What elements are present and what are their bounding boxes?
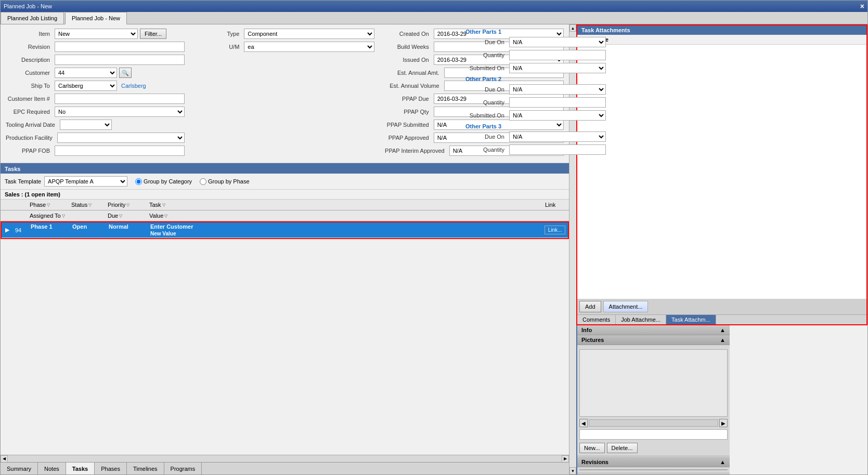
- tasks-header: Tasks: [1, 164, 569, 174]
- scroll-left-pics[interactable]: ◀: [579, 419, 588, 427]
- phase-sort-icon: ▽: [47, 203, 50, 207]
- task-attachments-header: Task Attachments: [577, 25, 866, 35]
- um-select[interactable]: ea: [244, 42, 374, 52]
- task-attachments-tab[interactable]: Task Attachm...: [666, 315, 716, 324]
- pictures-collapse-button[interactable]: ▲: [720, 337, 726, 343]
- task-col-header[interactable]: Task ▽: [147, 201, 543, 209]
- ppap-due-label: PPAP Due: [385, 96, 432, 102]
- status-col-header[interactable]: Status ▽: [69, 201, 106, 209]
- phase-cell: Phase 1: [29, 222, 70, 238]
- scroll-right-button[interactable]: ▶: [562, 455, 569, 463]
- quantity1-input[interactable]: [509, 50, 569, 60]
- link-col-header: Link: [543, 201, 569, 209]
- tooling-arrival-select[interactable]: [60, 120, 112, 130]
- info-collapse-button[interactable]: ▲: [720, 327, 726, 333]
- scroll-down-button[interactable]: ▼: [569, 467, 576, 474]
- comments-tab[interactable]: Comments: [577, 315, 616, 324]
- revisions-area: [579, 469, 728, 470]
- file-name-area: [577, 45, 866, 299]
- task-attachments-panel: Task Attachments File Name Add Attachmen…: [576, 24, 867, 325]
- job-attachments-tab[interactable]: Job Attachme...: [616, 315, 666, 324]
- quantity3-input[interactable]: [509, 144, 569, 155]
- status-cell: Open: [70, 222, 107, 238]
- main-content: Item New Filter... Revision: [1, 24, 867, 474]
- priority-top: Normal: [109, 223, 128, 230]
- due-on2-select[interactable]: N/A: [509, 84, 569, 95]
- item-select[interactable]: New: [55, 29, 138, 39]
- table-row[interactable]: ▶ 94 Phase 1 Open Normal: [2, 222, 568, 238]
- add-button[interactable]: Add: [579, 301, 601, 312]
- revisions-collapse-button[interactable]: ▲: [720, 459, 726, 465]
- submitted-on2-select[interactable]: N/A: [509, 110, 569, 121]
- tab-timelines[interactable]: Timelines: [127, 463, 164, 474]
- priority-col-header[interactable]: Priority ▽: [106, 201, 147, 209]
- quantity3-label: Quantity: [465, 147, 507, 153]
- group-by-category-radio[interactable]: Group by Category: [135, 178, 192, 185]
- ppap-fob-input[interactable]: [55, 146, 185, 156]
- close-button[interactable]: ×: [860, 2, 864, 10]
- epc-required-select[interactable]: No: [55, 107, 185, 117]
- submitted-on2-label: Submitted On: [465, 112, 507, 118]
- task-cell: Enter Customer New Value: [148, 222, 542, 238]
- um-label: U/M: [195, 44, 242, 50]
- filter-button[interactable]: Filter...: [140, 29, 166, 39]
- horizontal-scrollbar[interactable]: ◀ ▶: [1, 455, 569, 462]
- priority-sort-icon: ▽: [126, 203, 129, 207]
- main-window: Planned Job - New × Planned Job Listing …: [0, 0, 868, 475]
- scroll-left-button[interactable]: ◀: [1, 455, 8, 463]
- customer-item-label: Customer Item #: [6, 96, 53, 102]
- tab-summary[interactable]: Summary: [1, 463, 38, 474]
- picture-path-input[interactable]: [579, 429, 728, 440]
- ship-to-link[interactable]: Carlsberg: [121, 83, 146, 89]
- submitted-on1-select[interactable]: N/A: [509, 63, 569, 73]
- task-template-label: Task Template: [5, 178, 41, 184]
- build-weeks-label: Build Weeks: [385, 44, 432, 50]
- ship-to-select[interactable]: Carlsberg: [55, 81, 117, 91]
- production-facility-select[interactable]: [57, 133, 185, 143]
- tab-programs[interactable]: Programs: [164, 463, 202, 474]
- status-col-label: Status: [71, 202, 87, 208]
- description-input[interactable]: [55, 55, 185, 65]
- group-by-phase-radio[interactable]: Group by Phase: [200, 178, 250, 185]
- due-on3-select[interactable]: N/A: [509, 131, 569, 142]
- scroll-right-pics[interactable]: ▶: [719, 419, 728, 427]
- scroll-track[interactable]: [8, 455, 562, 462]
- new-picture-button[interactable]: New...: [579, 443, 605, 453]
- pictures-area: [579, 349, 728, 417]
- due-on2-label: Due On: [465, 86, 507, 93]
- scroll-bar-area: ◀ ▶: [579, 419, 728, 427]
- quantity2-label: Quantity: [465, 99, 507, 105]
- info-panel: Info ▲ Pictures ▲ ◀ ▶: [576, 325, 730, 474]
- title-bar: Planned Job - New ×: [1, 1, 867, 12]
- form-col-2: Type Component U/M ea: [195, 29, 374, 159]
- delete-picture-button[interactable]: Delete...: [607, 443, 638, 453]
- description-label: Description: [6, 57, 53, 63]
- due-col-header[interactable]: Due ▽: [106, 212, 147, 220]
- window-title: Planned Job - New: [4, 3, 52, 9]
- assigned-to-col-header[interactable]: Assigned To ▽: [28, 212, 69, 220]
- production-facility-label: Production Facility: [6, 135, 55, 141]
- scroll-track-pics[interactable]: [589, 419, 718, 427]
- phase-col-header[interactable]: Phase ▽: [28, 201, 69, 209]
- tab-planned-job-listing[interactable]: Planned Job Listing: [1, 12, 64, 24]
- quantity2-input[interactable]: [509, 97, 569, 108]
- tab-tasks[interactable]: Tasks: [66, 463, 95, 474]
- link-button[interactable]: Link...: [545, 226, 566, 234]
- task-template-select[interactable]: APQP Template A: [44, 176, 127, 187]
- column-headers: Phase ▽ Status ▽ Priority ▽ Task: [1, 200, 569, 210]
- assigned-sort-icon: ▽: [62, 214, 65, 218]
- expand-cell[interactable]: ▶: [2, 222, 13, 238]
- tab-phases[interactable]: Phases: [95, 463, 127, 474]
- customer-item-input[interactable]: [55, 94, 185, 104]
- revision-input[interactable]: [55, 42, 185, 52]
- customer-select[interactable]: 44: [55, 68, 117, 78]
- value-col-header[interactable]: Value ▽: [147, 212, 543, 220]
- tab-notes[interactable]: Notes: [38, 463, 66, 474]
- revisions-section: Revisions ▲: [577, 457, 730, 472]
- tab-planned-job-new[interactable]: Planned Job - New: [65, 12, 127, 24]
- type-select[interactable]: Component: [244, 29, 374, 39]
- customer-search-button[interactable]: 🔍: [119, 68, 132, 78]
- due-on1-select[interactable]: N/A: [509, 37, 569, 47]
- expand-col-header: [1, 201, 12, 209]
- attachment-button[interactable]: Attachment...: [603, 301, 649, 312]
